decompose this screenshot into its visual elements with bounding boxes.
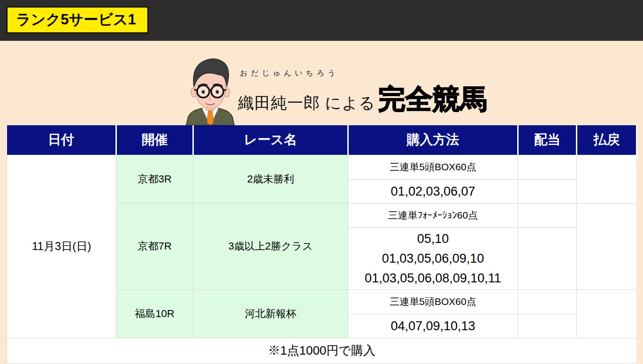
- horse-numbers-line: 01,02,03,06,07: [348, 182, 518, 201]
- rank-service-badge: ランク5サービス1: [7, 7, 148, 33]
- horse-numbers-line: 01,03,05,06,08,09,10,11: [348, 268, 518, 288]
- header-payout: 払戻: [577, 125, 637, 155]
- tipster-name-furigana: おだじゅんいちろう: [240, 68, 487, 78]
- dividend-cell: [518, 228, 577, 289]
- horse-numbers-cell: 04,07,09,10,13: [348, 314, 518, 338]
- header-date: 日付: [7, 125, 116, 155]
- dividend-cell: [518, 155, 577, 179]
- dividend-cell: [518, 179, 577, 203]
- dividend-cell: [518, 203, 577, 228]
- horse-numbers-cell: 01,02,03,06,07: [348, 179, 518, 203]
- purchase-method-cell: 三連単5頭BOX60点: [348, 155, 518, 179]
- footnote-row: ※1点1000円で購入: [7, 338, 637, 364]
- race-row: 11月3日(日) 京都3R 2歳未勝利 三連単5頭BOX60点: [7, 155, 637, 179]
- hero-section: おだじゅんいちろう 織田純一郎 による 完全競馬: [0, 41, 643, 125]
- race-name-cell: 2歳未勝利: [193, 155, 348, 203]
- man-with-glasses-avatar-icon: [185, 57, 235, 125]
- race-prediction-table: 日付 開催 レース名 購入方法 配当 払戻 11月3日(日) 京都3R 2歳未勝…: [7, 125, 637, 364]
- purchase-method-cell: 三連単ﾌｫｰﾒｰｼｮﾝ60点: [348, 203, 518, 228]
- payout-cell: [577, 203, 637, 289]
- header-dividend: 配当: [518, 125, 577, 155]
- service-title: 完全競馬: [378, 81, 487, 118]
- purchase-method-cell: 三連単5頭BOX60点: [348, 289, 518, 314]
- dividend-cell: [518, 289, 577, 314]
- table-header-row: 日付 開催 レース名 購入方法 配当 払戻: [7, 125, 637, 155]
- payout-cell: [577, 155, 637, 203]
- horse-numbers-line: 04,07,09,10,13: [348, 316, 518, 336]
- horse-numbers-cell: 05,10 01,03,05,06,09,10 01,03,05,06,08,0…: [348, 228, 518, 289]
- tipster-name: 織田純一郎 による: [238, 92, 375, 114]
- tipster-avatar: [185, 57, 235, 125]
- race-name-cell: 河北新報杯: [193, 289, 348, 338]
- venue-cell: 福島10R: [116, 289, 193, 338]
- header-purchase-method: 購入方法: [348, 125, 518, 155]
- payout-cell: [577, 289, 637, 338]
- venue-cell: 京都3R: [116, 155, 193, 203]
- horse-numbers-line: 05,10: [348, 229, 518, 249]
- header-venue: 開催: [116, 125, 193, 155]
- horse-numbers-line: 01,03,05,06,09,10: [348, 249, 518, 268]
- race-name-cell: 3歳以上2勝クラス: [193, 203, 348, 289]
- venue-cell: 京都7R: [116, 203, 193, 289]
- service-title-block: おだじゅんいちろう 織田純一郎 による 完全競馬: [238, 68, 487, 118]
- top-bar: ランク5サービス1: [0, 0, 643, 41]
- header-race-name: レース名: [193, 125, 348, 155]
- dividend-cell: [518, 314, 577, 338]
- date-cell: 11月3日(日): [7, 155, 116, 338]
- price-footnote: ※1点1000円で購入: [7, 338, 637, 364]
